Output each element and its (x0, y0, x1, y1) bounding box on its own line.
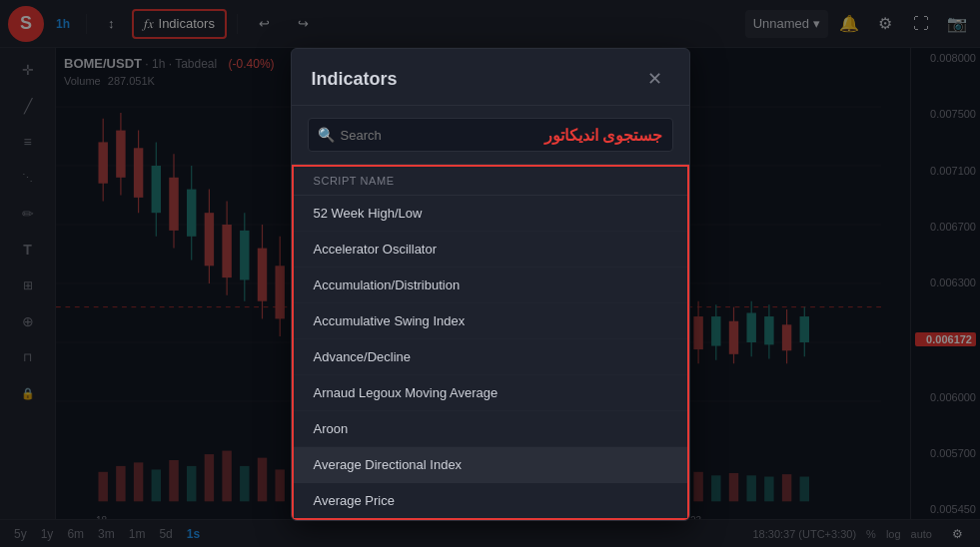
search-input[interactable] (308, 118, 673, 152)
modal-title: Indicators (312, 69, 398, 90)
indicator-item-3[interactable]: Accumulative Swing Index (294, 303, 687, 339)
indicator-item-8[interactable]: Average Price (294, 483, 687, 518)
modal-close-button[interactable]: ✕ (641, 65, 669, 93)
modal-overlay[interactable]: Indicators ✕ 🔍 جستجوی اندیکاتور SCRIPT N… (0, 0, 980, 547)
indicator-item-4[interactable]: Advance/Decline (294, 339, 687, 375)
indicator-item-2[interactable]: Accumulation/Distribution (294, 268, 687, 303)
column-header: SCRIPT NAME (294, 167, 687, 196)
search-container: 🔍 جستجوی اندیکاتور (292, 106, 689, 165)
modal-header: Indicators ✕ (292, 49, 689, 106)
indicator-item-5[interactable]: Arnaud Legoux Moving Average (294, 375, 687, 411)
indicators-modal: Indicators ✕ 🔍 جستجوی اندیکاتور SCRIPT N… (291, 48, 690, 521)
indicator-item-1[interactable]: Accelerator Oscillator (294, 232, 687, 268)
indicator-item-6[interactable]: Aroon (294, 411, 687, 447)
indicator-item-0[interactable]: 52 Week High/Low (294, 196, 687, 232)
indicator-list: SCRIPT NAME 52 Week High/Low Accelerator… (292, 165, 689, 520)
indicator-item-7[interactable]: Average Directional Index (294, 447, 687, 483)
indicator-scrollable: SCRIPT NAME 52 Week High/Low Accelerator… (292, 165, 689, 520)
